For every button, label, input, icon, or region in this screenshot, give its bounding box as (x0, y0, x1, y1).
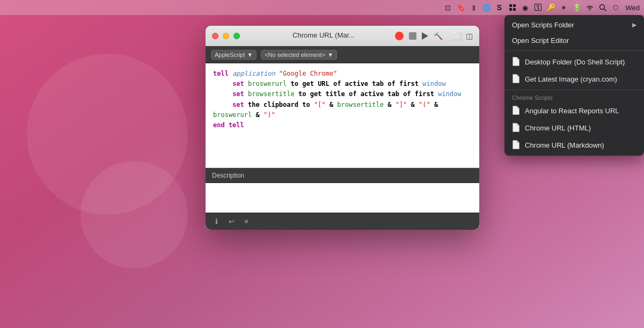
desktop-folder-label: Desktop Folder (Do Shell Script) (525, 58, 636, 66)
code-line-4: set the clipboard to "[" & browsertitle … (213, 100, 472, 120)
chrome-url-markdown-item[interactable]: Chrome URL (Markdown) (504, 136, 644, 154)
wifi-icon[interactable] (585, 3, 595, 12)
chrome-url-markdown-label: Chrome URL (Markdown) (525, 141, 636, 149)
bookmark-icon[interactable]: 🔖 (456, 3, 466, 12)
code-amp-4: & (434, 101, 438, 108)
soundwave-icon[interactable]: ||| (469, 3, 479, 12)
chrome-url-html-label: Chrome URL (HTML) (525, 124, 636, 132)
bottom-toolbar: ℹ ↩ ≡ (206, 213, 479, 230)
code-amp-3: & (411, 101, 419, 108)
code-line-3: set browsertitle to get title of active … (213, 89, 472, 99)
get-latest-image-doc-icon (512, 74, 521, 84)
menu-divider-2 (504, 90, 644, 90)
bluetooth-icon[interactable]: ✴ (559, 3, 569, 12)
menubar-time: Wed (626, 4, 640, 12)
back-icon[interactable]: ↩ (227, 217, 236, 226)
close-button[interactable] (212, 33, 218, 39)
code-of-first-2: of first (403, 90, 434, 98)
angular-to-react-doc-icon (512, 106, 521, 115)
chrome-scripts-section: Chrome Scripts (504, 92, 644, 102)
chrome-url-markdown-doc-icon (512, 140, 521, 150)
run-button[interactable] (422, 32, 428, 40)
angular-to-react-item[interactable]: Angular to React Reports URL (504, 102, 644, 119)
language-selector[interactable]: AppleScript ▼ (211, 50, 257, 60)
language-label: AppleScript (215, 52, 245, 58)
code-var-browsertitle: browsertitle (248, 90, 295, 98)
list-icon[interactable]: ≡ (242, 217, 251, 226)
element-chevron: ▼ (327, 52, 333, 58)
element-selector[interactable]: <No selected element> ▼ (261, 50, 337, 60)
hammer-icon[interactable]: 🔨 (434, 32, 443, 40)
description-label: Description (212, 172, 244, 179)
code-application: application (232, 70, 275, 77)
code-window-1: window (422, 80, 445, 88)
code-to-get-1: to get (291, 80, 314, 88)
element-label: <No selected element> (265, 52, 325, 58)
get-latest-image-label: Get Latest Image (cryan.com) (525, 75, 636, 83)
code-string-paren-open: "(" (419, 101, 430, 108)
view-toggle-icon[interactable]: ⬜ (452, 32, 462, 40)
code-string-paren-close: ")" (264, 111, 275, 119)
code-of-2: of (349, 90, 356, 98)
get-latest-image-item[interactable]: Get Latest Image (cryan.com) (504, 70, 644, 88)
keychain-icon[interactable]: ⚿ (533, 3, 543, 12)
open-scripts-folder-arrow: ▶ (632, 21, 636, 28)
svg-rect-2 (509, 8, 512, 11)
code-string-bracket-close: "]" (396, 101, 407, 108)
maximize-button[interactable] (233, 33, 240, 39)
code-broswerurl-ref: broswerurl (213, 111, 252, 119)
svg-rect-3 (513, 8, 516, 11)
info-icon[interactable]: ℹ (212, 217, 221, 226)
code-line-2: set broswerurl to get URL of active tab … (213, 79, 472, 89)
script-toolbar: AppleScript ▼ <No selected element> ▼ (206, 46, 479, 63)
angular-to-react-label: Angular to React Reports URL (525, 107, 636, 115)
code-editor[interactable]: tell application "Google Chrome" set bro… (206, 63, 479, 168)
code-keyword-tell: tell (213, 70, 229, 77)
svg-line-5 (604, 9, 606, 11)
code-active-tab-1: active tab (345, 80, 384, 88)
grid-icon[interactable] (508, 3, 517, 12)
screen-icon[interactable]: ⊡ (443, 3, 453, 12)
code-line-1: tell application "Google Chrome" (213, 69, 472, 79)
code-active-tab-2: active tab (361, 90, 399, 98)
code-line-5: end tell (213, 120, 472, 130)
code-amp-1: & (330, 101, 337, 108)
scripts-dropdown-menu: Open Scripts Folder ▶ Open Script Editor… (504, 15, 644, 156)
code-keyword-end-tell: end tell (213, 121, 244, 129)
stripe-icon[interactable]: S (495, 3, 504, 12)
window-titlebar: 🔨 ⬜ ◫ (206, 26, 479, 46)
desktop-folder-doc-icon (512, 57, 521, 67)
menubar: ⊡ 🔖 ||| 🌐 S ◉ ⚿ 🔑 ✴ 🔋 ⬡ Wed (0, 0, 644, 15)
globe-icon[interactable]: 🌐 (482, 3, 492, 12)
svg-rect-1 (513, 4, 516, 7)
code-amp-5: & (255, 111, 263, 119)
stop-button[interactable] (409, 32, 416, 40)
code-of-1: of (333, 80, 341, 88)
key-icon[interactable]: 🔑 (546, 3, 556, 12)
battery-icon[interactable]: 🔋 (572, 3, 582, 12)
script-editor-window: 🔨 ⬜ ◫ Chrome URL (Mar... AppleScript ▼ <… (206, 26, 479, 230)
open-scripts-folder-item[interactable]: Open Scripts Folder ▶ (504, 17, 644, 33)
code-to-get-2: to get (298, 90, 321, 98)
description-bar: Description (206, 168, 479, 183)
code-string-bracket-open: "[" (314, 101, 326, 108)
code-string-chrome: "Google Chrome" (279, 70, 337, 77)
code-keyword-set2: set (232, 90, 244, 98)
search-icon[interactable] (598, 3, 608, 12)
split-view-icon[interactable]: ◫ (466, 32, 473, 40)
language-chevron: ▼ (247, 52, 253, 58)
record-button[interactable] (395, 32, 404, 40)
desktop-folder-item[interactable]: Desktop Folder (Do Shell Script) (504, 53, 644, 70)
wechat-icon[interactable]: ◉ (521, 3, 530, 12)
airdrop-icon[interactable]: ⬡ (611, 3, 620, 12)
code-window-2: window (438, 90, 461, 98)
code-browsertitle-ref: browsertitle (337, 101, 384, 108)
code-title: title (326, 90, 345, 98)
minimize-button[interactable] (223, 33, 229, 39)
code-keyword-set1: set (232, 80, 244, 88)
chrome-url-html-doc-icon (512, 123, 521, 133)
chrome-url-html-item[interactable]: Chrome URL (HTML) (504, 119, 644, 136)
open-script-editor-item[interactable]: Open Script Editor (504, 33, 644, 48)
code-keyword-set3: set (232, 101, 244, 108)
svg-rect-0 (509, 4, 512, 7)
